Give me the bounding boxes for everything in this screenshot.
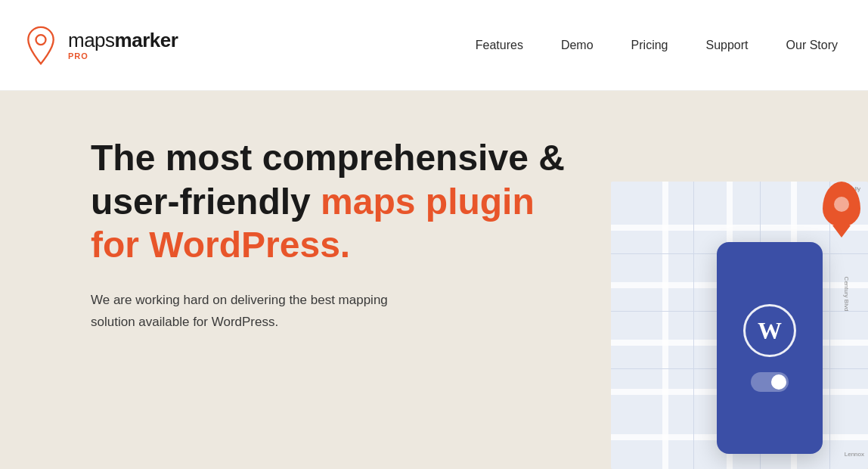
main-nav: Features Demo Pricing Support Our Story — [476, 39, 838, 52]
wp-toggle-knob — [771, 374, 786, 390]
hero-section: The most comprehensive & user-friendly m… — [0, 91, 868, 469]
nav-item-demo[interactable]: Demo — [561, 39, 594, 52]
nav-item-pricing[interactable]: Pricing — [631, 39, 668, 52]
logo-icon — [23, 26, 59, 65]
nav-item-support[interactable]: Support — [705, 39, 748, 52]
wp-logo-circle: W — [743, 304, 796, 357]
hero-content: The most comprehensive & user-friendly m… — [91, 136, 565, 334]
logo-pro-label: PRO — [68, 51, 178, 61]
logo-regular: maps — [68, 29, 115, 51]
hero-title-line2-accent: maps plugin — [321, 182, 535, 222]
site-header: mapsmarker PRO Features Demo Pricing Sup… — [0, 0, 868, 91]
logo-brand: mapsmarker — [68, 30, 178, 51]
wp-toggle[interactable] — [751, 372, 789, 392]
pin-inner — [834, 197, 849, 212]
hero-visual: Holly Century Blvd Lennox W — [581, 151, 868, 469]
pin-body — [823, 182, 860, 227]
wp-logo-letter: W — [758, 317, 782, 345]
wordpress-card: W — [717, 242, 823, 454]
logo-bold: marker — [115, 29, 178, 51]
hero-title-line3-accent: for WordPress. — [91, 225, 350, 265]
logo-text: mapsmarker PRO — [68, 30, 178, 61]
hero-title-line1: The most comprehensive & — [91, 138, 565, 178]
map-pin — [823, 182, 860, 227]
logo[interactable]: mapsmarker PRO — [23, 26, 178, 65]
nav-item-our-story[interactable]: Our Story — [786, 39, 838, 52]
hero-title-line2-plain: user-friendly — [91, 182, 321, 222]
map-label-lennox: Lennox — [845, 451, 864, 458]
hero-subtitle: We are working hard on delivering the be… — [91, 290, 416, 334]
hero-title: The most comprehensive & user-friendly m… — [91, 136, 565, 267]
map-label-century: Century Blvd — [844, 277, 851, 312]
nav-item-features[interactable]: Features — [476, 39, 523, 52]
svg-point-0 — [36, 35, 46, 45]
